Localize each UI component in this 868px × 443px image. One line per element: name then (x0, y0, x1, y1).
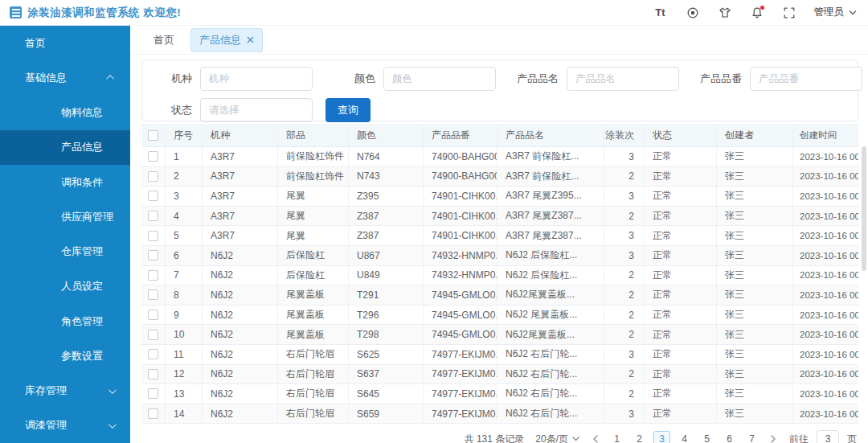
cell-times: 3 (604, 147, 645, 166)
row-checkbox[interactable] (148, 289, 158, 300)
status-select[interactable]: 请选择 (200, 98, 313, 122)
row-checkbox[interactable] (148, 211, 158, 221)
table-row[interactable]: 10N6J2尾翼盖板T29874945-GMLO0...N6J2尾翼盖板...2… (141, 325, 858, 345)
page-button[interactable]: 3 (653, 431, 670, 443)
theme-skin-icon[interactable] (718, 6, 732, 20)
checkbox-cell (141, 187, 166, 206)
product-name-input[interactable] (567, 67, 679, 91)
table-row[interactable]: 5A3R7尾翼Z38774901-CIHK00...A3R7 尾翼Z387...… (141, 226, 858, 246)
cell-part: 右后门轮眉 (278, 365, 349, 384)
checkbox-cell (141, 124, 166, 146)
row-checkbox[interactable] (148, 250, 158, 260)
cell-color: S637 (349, 365, 424, 384)
tab-label: 产品信息 (199, 33, 241, 47)
select-all-checkbox[interactable] (148, 130, 158, 141)
sidebar-item[interactable]: 首页 (0, 26, 130, 60)
cell-machine: N6J2 (203, 384, 278, 404)
row-checkbox[interactable] (148, 408, 158, 419)
cell-name: N6J2 右后门轮... (497, 384, 604, 404)
cell-name: N6J2 右后门轮... (497, 365, 604, 384)
cell-times: 2 (604, 285, 645, 305)
sidebar-item[interactable]: 人员设定 (0, 269, 130, 304)
row-checkbox[interactable] (148, 310, 158, 320)
cell-creator: 张三 (717, 167, 793, 187)
checkbox-cell (141, 167, 166, 187)
row-checkbox[interactable] (148, 151, 158, 162)
tab-product-info[interactable]: 产品信息 (190, 28, 263, 52)
sidebar-item[interactable]: 调和条件 (0, 165, 130, 199)
table-row[interactable]: 1A3R7前保险杠饰件N76474900-BAHG00...A3R7 前保险杠.… (141, 147, 858, 167)
search-button[interactable]: 查询 (326, 98, 371, 122)
notification-badge (760, 6, 764, 10)
sidebar-item[interactable]: 基础信息 (0, 60, 130, 95)
table-row[interactable]: 13N6J2右后门轮眉S64574977-EKIJM0...N6J2 右后门轮.… (141, 384, 858, 404)
row-checkbox[interactable] (148, 191, 158, 201)
table-row[interactable]: 14N6J2右后门轮眉S65974977-EKIJM0...N6J2 右后门轮.… (141, 404, 858, 425)
machine-input[interactable] (200, 67, 313, 91)
cell-part_no: 74977-EKIJM0... (424, 365, 497, 384)
sidebar-item[interactable]: 参数设置 (0, 338, 130, 373)
checkbox-cell (141, 325, 166, 344)
table-row[interactable]: 3A3R7尾翼Z39574901-CIHK00...A3R7 尾翼Z395...… (141, 187, 858, 207)
color-input[interactable] (383, 67, 496, 91)
page-button[interactable]: 6 (721, 431, 738, 443)
app-title: 涂装油漆调和监管系统 欢迎您! (27, 6, 181, 20)
sidebar-item[interactable]: 调漆管理 (0, 408, 130, 443)
row-checkbox[interactable] (148, 369, 158, 379)
chevron-down-icon (849, 10, 857, 15)
fullscreen-icon[interactable] (782, 6, 796, 20)
row-checkbox[interactable] (148, 330, 158, 340)
row-checkbox[interactable] (148, 270, 158, 281)
cell-part_no: 74901-CIHK00... (424, 226, 497, 245)
cell-times: 3 (604, 345, 645, 364)
sidebar-item[interactable]: 角色管理 (0, 304, 130, 338)
prev-page-button[interactable] (591, 435, 600, 443)
page-button[interactable]: 5 (698, 431, 715, 443)
cell-created: 2023-10-16 00:... (793, 306, 858, 325)
layout-size-icon[interactable] (686, 6, 700, 20)
cell-no: 11 (166, 345, 203, 364)
cell-name: A3R7 前保险杠... (497, 167, 604, 187)
sidebar-item[interactable]: 库存管理 (0, 374, 130, 408)
tabbar: 首页 产品信息 (130, 26, 868, 55)
tab-home[interactable]: 首页 (145, 29, 182, 51)
row-checkbox[interactable] (148, 171, 158, 182)
header-cell: 产品品名 (497, 124, 604, 146)
table-row[interactable]: 12N6J2右后门轮眉S63774977-EKIJM0...N6J2 右后门轮.… (141, 365, 858, 385)
page-button[interactable]: 1 (608, 431, 625, 443)
scrollbar[interactable] (862, 146, 866, 271)
table-row[interactable]: 4A3R7尾翼Z38774901-CIHK00...A3R7 尾翼Z387...… (141, 207, 858, 227)
row-checkbox[interactable] (148, 349, 158, 359)
cell-status: 正常 (645, 246, 717, 265)
goto-page-input[interactable]: 3 (817, 430, 839, 443)
row-checkbox[interactable] (148, 231, 158, 241)
table-row[interactable]: 6N6J2后保险杠U86774932-HNMP0...N6J2 后保险杠...3… (141, 246, 858, 266)
cell-status: 正常 (645, 167, 717, 187)
sidebar: 首页基础信息物料信息产品信息调和条件供应商管理仓库管理人员设定角色管理参数设置库… (0, 26, 130, 443)
table-row[interactable]: 8N6J2尾翼盖板T29174945-GMLO0...N6J2尾翼盖板...2正… (141, 285, 858, 306)
part-no-input[interactable] (750, 67, 862, 91)
user-menu[interactable]: 管理员 (814, 6, 858, 19)
cell-created: 2023-10-16 00:... (793, 384, 858, 404)
notification-bell-icon[interactable] (750, 6, 764, 20)
tab-close-icon[interactable] (247, 36, 254, 43)
font-size-icon[interactable]: Tt (653, 6, 668, 20)
sidebar-item-label: 人员设定 (61, 279, 103, 293)
next-page-button[interactable] (768, 435, 778, 443)
sidebar-item[interactable]: 产品信息 (0, 130, 130, 165)
table-row[interactable]: 2A3R7前保险杠饰件N74374900-BAHG00...A3R7 前保险杠.… (141, 167, 858, 187)
sidebar-item[interactable]: 供应商管理 (0, 199, 130, 234)
sidebar-item-label: 角色管理 (61, 314, 103, 329)
page-button[interactable]: 2 (631, 431, 648, 443)
page-size-select[interactable]: 20条/页 (535, 433, 579, 443)
pagination: 共 131 条记录 20条/页 1234567 前往 3 页 (130, 430, 857, 443)
page-button[interactable]: 4 (676, 431, 693, 443)
sidebar-item[interactable]: 仓库管理 (0, 235, 130, 269)
table-row[interactable]: 7N6J2后保险杠U84974932-HNMP0...N6J2 后保险杠...2… (141, 266, 858, 286)
table-row[interactable]: 9N6J2尾翼盖板T29674945-GMLO0...N6J2 尾翼盖板...2… (141, 306, 858, 326)
sidebar-item[interactable]: 物料信息 (0, 96, 130, 130)
table-row[interactable]: 11N6J2右后门轮眉S62574977-EKIJM0...N6J2 右后门轮.… (141, 345, 858, 365)
page-button[interactable]: 7 (743, 431, 760, 443)
row-checkbox[interactable] (148, 388, 158, 399)
cell-part: 右后门轮眉 (278, 345, 349, 364)
